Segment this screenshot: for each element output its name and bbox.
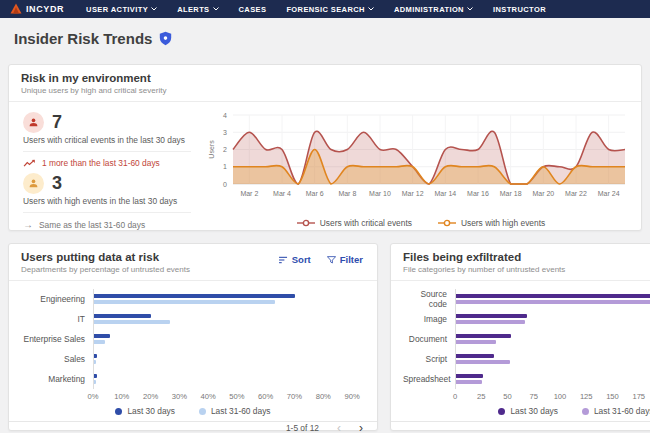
risk-card-title: Risk in my environment	[21, 72, 166, 84]
risk-stats-column: 7 Users with critical events in the last…	[9, 102, 205, 232]
files-bar-chart[interactable]: Source codeImageDocumentScriptSpreadshee…	[391, 281, 650, 404]
bar[interactable]	[456, 340, 496, 344]
nav-item-user-activity[interactable]: USER ACTIVITY	[86, 5, 157, 14]
bar-row: Marketing	[21, 369, 365, 389]
files-card-footer	[391, 421, 650, 430]
x-axis-tick: 150	[606, 392, 619, 401]
bar[interactable]	[94, 360, 96, 364]
svg-text:Mar 18: Mar 18	[500, 190, 522, 197]
bar-category-label: Source code	[403, 289, 455, 309]
bar[interactable]	[456, 314, 527, 318]
bar-category-label: Document	[403, 334, 455, 344]
nav-item-alerts[interactable]: ALERTS	[177, 5, 218, 14]
bar[interactable]	[456, 334, 511, 338]
bar[interactable]	[456, 380, 482, 384]
bar-row: Image	[403, 309, 650, 329]
trend-up-icon	[23, 159, 36, 168]
svg-text:Mar 24: Mar 24	[598, 190, 620, 197]
bar-category-label: Enterprise Sales	[21, 334, 93, 344]
legend-dot	[582, 408, 589, 415]
legend-critical-events[interactable]: Users with critical events	[297, 218, 412, 228]
legend-high-events[interactable]: Users with high events	[438, 218, 545, 228]
files-card-title: Files being exfiltrated	[403, 251, 565, 263]
x-axis-tick: 70%	[287, 392, 302, 401]
bar[interactable]	[94, 334, 110, 338]
users-data-risk-card: Users putting data at risk Departments b…	[8, 243, 378, 431]
x-axis-tick: 75	[530, 392, 538, 401]
bar[interactable]	[456, 320, 525, 324]
legend-last-31-60-days[interactable]: Last 31-60 days	[582, 406, 650, 416]
bar[interactable]	[94, 340, 105, 344]
bar[interactable]	[94, 380, 96, 384]
svg-text:Mar 2: Mar 2	[240, 190, 258, 197]
bar[interactable]	[456, 374, 483, 378]
filter-button[interactable]: Filter	[327, 254, 363, 265]
nav-item-forensic-search[interactable]: FORENSIC SEARCH	[286, 5, 374, 14]
bar[interactable]	[456, 360, 510, 364]
bar[interactable]	[456, 300, 650, 304]
critical-users-delta: 1 more than the last 31-60 days	[23, 158, 191, 168]
critical-user-icon	[23, 112, 44, 133]
bar[interactable]	[94, 294, 295, 298]
svg-text:Mar 20: Mar 20	[532, 190, 554, 197]
bar[interactable]	[456, 294, 650, 298]
x-axis-tick: 50%	[229, 392, 244, 401]
top-navbar: INCYDR USER ACTIVITY ALERTS CASES FORENS…	[0, 0, 650, 18]
filter-icon	[327, 256, 336, 264]
bar-category-label: Script	[403, 354, 455, 364]
brand-name: INCYDR	[26, 4, 64, 14]
chevron-down-icon	[368, 7, 374, 11]
bar-category-label: Marketing	[21, 374, 93, 384]
users-card-subtitle: Departments by percentage of untrusted e…	[21, 265, 190, 274]
bar-category-label: Spreadsheet	[403, 374, 455, 384]
svg-text:Mar 6: Mar 6	[306, 190, 324, 197]
bar-row: Spreadsheet	[403, 369, 650, 389]
high-users-delta: → Same as the last 31-60 days	[23, 219, 191, 230]
legend-dot	[199, 408, 206, 415]
nav-item-instructor[interactable]: INSTRUCTOR	[493, 5, 546, 14]
brand-logo[interactable]: INCYDR	[10, 3, 64, 15]
svg-text:Mar 4: Mar 4	[273, 190, 291, 197]
x-axis-tick: 40%	[201, 392, 216, 401]
svg-text:Mar 8: Mar 8	[338, 190, 356, 197]
bar-category-label: Engineering	[21, 294, 93, 304]
risk-trend-chart[interactable]: 01234Mar 2Mar 4Mar 6Mar 8Mar 10Mar 12Mar…	[207, 108, 635, 215]
pagination-next-button[interactable]: ›	[359, 422, 363, 433]
svg-text:0: 0	[223, 181, 227, 188]
bar-category-label: Sales	[21, 354, 93, 364]
bar[interactable]	[94, 374, 97, 378]
bar-row: Source code	[403, 289, 650, 309]
bar[interactable]	[94, 314, 151, 318]
legend-last-30-days[interactable]: Last 30 days	[498, 406, 558, 416]
users-card-title: Users putting data at risk	[21, 251, 190, 263]
bar[interactable]	[456, 354, 494, 358]
pagination-prev-button[interactable]: ‹	[337, 422, 341, 433]
sort-button[interactable]: Sort	[279, 254, 311, 265]
bar-category-label: IT	[21, 314, 93, 324]
files-card-header: Files being exfiltrated File categories …	[391, 244, 650, 281]
legend-dot	[115, 408, 122, 415]
x-axis-tick: 125	[580, 392, 593, 401]
bar-category-label: Image	[403, 314, 455, 324]
svg-text:4: 4	[223, 112, 227, 119]
nav-item-administration[interactable]: ADMINISTRATION	[394, 5, 473, 14]
sort-icon	[279, 256, 288, 264]
departments-bar-chart[interactable]: EngineeringITEnterprise SalesSalesMarket…	[9, 281, 377, 404]
legend-last-31-60-days[interactable]: Last 31-60 days	[199, 406, 271, 416]
bar-row: Engineering	[21, 289, 365, 309]
bar[interactable]	[94, 354, 97, 358]
bar[interactable]	[94, 300, 275, 304]
chevron-down-icon	[467, 7, 473, 11]
x-axis-tick: 30%	[172, 392, 187, 401]
x-axis-tick: 20%	[143, 392, 158, 401]
x-axis-tick: 0	[453, 392, 457, 401]
users-card-footer: 1-5 of 12 ‹ ›	[9, 421, 377, 433]
users-card-header: Users putting data at risk Departments b…	[9, 244, 377, 281]
users-chart-legend: Last 30 days Last 31-60 days	[9, 404, 377, 421]
nav-item-cases[interactable]: CASES	[239, 5, 267, 14]
x-axis-tick: 100	[554, 392, 567, 401]
chevron-down-icon	[213, 7, 219, 11]
legend-last-30-days[interactable]: Last 30 days	[115, 406, 175, 416]
bar[interactable]	[94, 320, 170, 324]
svg-text:Mar 14: Mar 14	[434, 190, 456, 197]
